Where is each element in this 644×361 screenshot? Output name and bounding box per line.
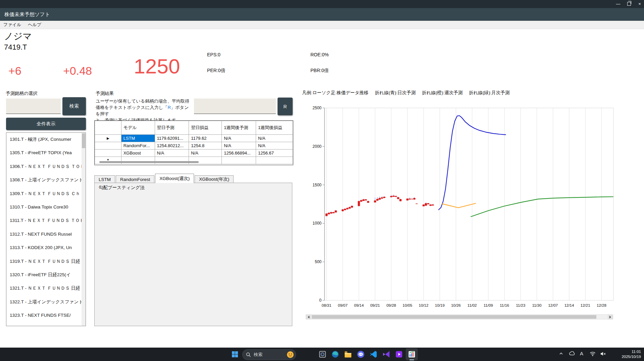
table-row[interactable]: RandomFor...1254.80212...1254.8N/AN/A [95,142,293,149]
value-cell[interactable]: 1179.62091... [155,135,189,142]
svg-text:11/16: 11/16 [500,303,509,307]
price-change-rate: +0.48 [63,64,92,77]
discord-taskbar-button[interactable] [355,348,367,360]
note-line-1: ユーザーが保有している銘柄の場合、平均取得 [96,98,193,104]
model-cell[interactable]: LSTM [121,135,155,142]
close-button[interactable]: × [637,1,643,6]
onedrive-icon[interactable] [569,351,575,356]
recalc-button[interactable]: R [278,98,293,115]
stock-list-item[interactable]: 1301.T - 極洋 (JPX, Consumer [6,133,82,146]
model-tab-RandomForest[interactable]: RandomForest [116,175,154,183]
value-cell[interactable]: N/A [256,135,293,142]
row-selector-cell[interactable]: ▶ [95,135,121,142]
ime-mode-indicator[interactable]: A [580,351,583,356]
stock-list-scrollbar-thumb[interactable] [82,133,85,148]
stock-list-item[interactable]: 1322.T - 上場インデックスファンド中 [6,295,82,309]
candlestick [430,204,432,206]
model-tab-XGBoost(年次)[interactable]: XGBoost(年次) [195,175,234,183]
model-cell[interactable]: RandomFor... [121,142,155,149]
stock-list-item[interactable]: 1313.T - KODEX 200 (JPX, Un [6,241,82,254]
scroll-left-arrow[interactable] [306,315,311,319]
minimize-button[interactable]: — [615,1,621,6]
avg-price-input[interactable] [194,99,276,114]
stock-list-scrollbar[interactable] [82,133,86,326]
value-cell[interactable]: 1179.62 [189,135,222,142]
candlestick [349,207,351,209]
model-tab-LSTM[interactable]: LSTM [94,175,115,183]
stock-list-item[interactable]: 1319.T - ＮＥＸＴ ＦＵＮＤＳ 日経 [6,255,82,268]
table-row[interactable]: XGBoostN/AN/A1256.66894...1256.67 [95,149,293,157]
empty-cell [121,157,155,164]
file-explorer-taskbar-button[interactable] [342,348,354,360]
chart-hscrollbar[interactable] [306,314,613,319]
vscode-taskbar-button[interactable] [367,348,380,360]
value-cell[interactable]: N/A [222,142,256,149]
table-column-header[interactable]: 翌日損益 [189,121,222,135]
start-button[interactable] [229,348,241,360]
app-title: 株価未来予想ソフト [0,8,644,21]
table-column-header[interactable]: 翌日予測 [155,121,189,135]
stock-list-item[interactable]: 1321.T - ＮＥＸＴ ＦＵＮＤＳ 日経 [6,282,82,295]
media-player-taskbar-button[interactable] [393,348,405,360]
stock-list-item[interactable]: 1312.T - NEXT FUNDS Russel [6,228,82,241]
scroll-right-arrow[interactable] [608,315,613,319]
svg-text:10/12: 10/12 [419,303,429,307]
stock-search-input[interactable] [6,99,61,114]
wifi-icon[interactable] [590,351,596,356]
stock-list-item[interactable]: 1323.T - NEXT FUNDS FTSE/ [6,309,82,322]
stock-list-item[interactable]: 1308.T - 上場インデックスファンドT [6,173,82,187]
svg-text:08/31: 08/31 [322,303,332,307]
row-selector-cell[interactable] [95,142,121,149]
candlestick [335,210,337,213]
chart-hscrollbar-thumb[interactable] [312,315,596,319]
clock[interactable]: 11:01 2025/10/19 [616,349,641,359]
value-cell[interactable]: N/A [155,149,189,157]
edge-taskbar-button[interactable] [329,348,341,360]
hidden-icons-chevron[interactable] [559,351,563,356]
show-all-button[interactable]: 全件表示 [6,118,86,130]
table-column-header[interactable]: 1週間後予測 [222,121,256,135]
stock-list-item[interactable]: 1324.T - NEXT FUNDS Russ [6,322,82,326]
svg-text:10/19: 10/19 [435,303,445,307]
row-selector-header [95,121,121,135]
value-cell[interactable]: 1254.8 [189,142,222,149]
menu-file[interactable]: ファイル [0,21,24,29]
candlestick [379,198,381,200]
table-column-header[interactable]: 1週間後損益 [256,121,293,135]
restore-button[interactable] [626,1,632,6]
svg-text:12/14: 12/14 [564,303,574,307]
svg-text:11/09: 11/09 [484,303,493,307]
window-top-strip [0,0,644,8]
volume-muted-icon[interactable] [600,351,606,356]
stock-list-item[interactable]: 1310.T - Daiwa Topix Core30 [6,200,82,214]
stock-app-taskbar-button[interactable] [406,348,418,360]
stock-list-item[interactable]: 1311.T - ＮＥＸＴ ＦＵＮＤＳ ＴＯＰ [6,214,82,227]
value-cell[interactable]: 1256.66894... [222,149,256,157]
stock-list-item[interactable]: 1320.T - iFreeETF 日経225(イ [6,268,82,282]
row-selector-cell[interactable] [95,149,121,157]
method-title: 勾配ブースティング法 [99,185,145,191]
visual-studio-taskbar-button[interactable] [380,348,392,360]
photos-taskbar-button[interactable] [316,348,329,360]
table-hscrollbar[interactable] [99,161,199,163]
stock-list-item[interactable]: 1309.T - ＮＥＸＴ ＦＵＮＤＳ Ｃｈｉｎ [6,187,82,200]
value-cell[interactable]: N/A [189,149,222,157]
stock-list[interactable]: 1301.T - 極洋 (JPX, Consumer1305.T - iFree… [6,132,86,326]
model-cell[interactable]: XGBoost [121,149,155,157]
stock-list-item[interactable]: 1305.T - iFreeETF TOPIX (Yea [6,146,82,160]
empty-cell [155,157,189,164]
prediction-table[interactable]: モデル翌日予測翌日損益1週間後予測1週間後損益▶LSTM1179.62091..… [94,120,293,165]
search-button[interactable]: 検索 [62,97,86,115]
table-column-header[interactable]: モデル [121,121,155,135]
taskbar-search[interactable]: 検索 [242,349,296,360]
value-cell[interactable]: 1254.80212... [155,142,189,149]
model-tab-XGBoost(週次)[interactable]: XGBoost(週次) [155,174,194,183]
value-cell[interactable]: N/A [256,142,293,149]
menu-help[interactable]: ヘルプ [24,21,45,29]
value-cell[interactable]: 1256.67 [256,149,293,157]
new-row[interactable]: * [95,157,293,164]
clock-time: 11:01 [616,349,641,354]
stock-list-item[interactable]: 1306.T - ＮＥＸＴ ＦＵＮＤＳ ＴＯＰ [6,160,82,173]
value-cell[interactable]: N/A [222,135,256,142]
table-row[interactable]: ▶LSTM1179.62091...1179.62N/AN/A [95,135,293,142]
